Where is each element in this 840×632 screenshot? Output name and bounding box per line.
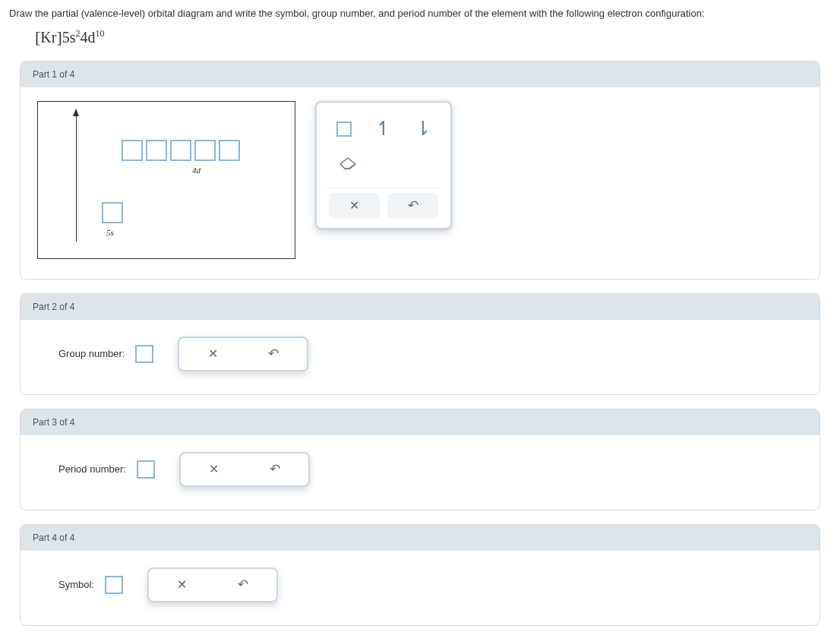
orbital-box[interactable]: [219, 140, 240, 161]
part-3-panel: Part 3 of 4 Period number: ✕ ↶: [20, 409, 820, 510]
tool-undo-button[interactable]: ↶: [387, 193, 438, 219]
group-number-label: Group number:: [58, 348, 125, 359]
energy-axis-arrow: [76, 109, 77, 242]
orbital-diagram-canvas[interactable]: 4d 5s: [37, 101, 295, 259]
part-3-toolbar: ✕ ↶: [179, 452, 310, 487]
part-1-header: Part 1 of 4: [21, 62, 819, 87]
close-icon: ✕: [208, 346, 218, 361]
clear-button[interactable]: ✕: [182, 341, 243, 367]
part-4-toolbar: ✕ ↶: [147, 567, 278, 602]
symbol-label: Symbol:: [58, 579, 94, 590]
orbital-box[interactable]: [194, 140, 216, 161]
orbital-row-5s[interactable]: [102, 202, 123, 223]
orbital-row-4d[interactable]: [122, 140, 240, 161]
part-2-toolbar: ✕ ↶: [178, 337, 308, 371]
undo-icon: ↶: [270, 461, 280, 477]
orbital-label-4d: 4d: [192, 166, 201, 175]
tool-arrow-down[interactable]: ⇂: [405, 114, 441, 144]
period-number-label: Period number:: [58, 463, 126, 475]
part-2-panel: Part 2 of 4 Group number: ✕ ↶: [20, 293, 820, 395]
group-number-input[interactable]: [135, 345, 153, 363]
orbital-label-5s: 5s: [106, 228, 114, 237]
period-number-input[interactable]: [137, 460, 155, 479]
tool-eraser[interactable]: [330, 149, 367, 179]
undo-icon: ↶: [238, 577, 248, 592]
tool-arrow-up[interactable]: ↿: [365, 114, 402, 144]
orbital-box[interactable]: [102, 202, 123, 223]
clear-button[interactable]: ✕: [184, 457, 245, 482]
undo-button[interactable]: ↶: [213, 572, 273, 598]
tool-clear-button[interactable]: ✕: [329, 193, 380, 219]
undo-button[interactable]: ↶: [243, 341, 304, 367]
part-1-panel: Part 1 of 4 4d 5s ↿ ⇂: [20, 61, 820, 280]
close-icon: ✕: [349, 198, 359, 213]
clear-button[interactable]: ✕: [152, 572, 213, 598]
undo-icon: ↶: [268, 346, 279, 362]
orbital-box[interactable]: [170, 140, 191, 161]
close-icon: ✕: [177, 577, 187, 592]
tool-orbital-box[interactable]: [326, 114, 362, 144]
eraser-icon: [339, 156, 358, 172]
orbital-box[interactable]: [122, 140, 143, 161]
part-3-header: Part 3 of 4: [21, 409, 819, 435]
part-4-header: Part 4 of 4: [21, 525, 819, 551]
symbol-input[interactable]: [105, 576, 123, 594]
close-icon: ✕: [209, 462, 219, 476]
electron-configuration: [Kr]5s24d10: [35, 27, 831, 47]
part-2-header: Part 2 of 4: [21, 294, 819, 320]
drawing-toolbox: ↿ ⇂ ✕ ↶: [315, 101, 452, 229]
part-4-panel: Part 4 of 4 Symbol: ✕ ↶: [20, 524, 820, 626]
undo-button[interactable]: ↶: [245, 457, 305, 482]
question-text: Draw the partial (valence-level) orbital…: [9, 6, 831, 21]
undo-icon: ↶: [408, 198, 418, 213]
orbital-box[interactable]: [146, 140, 167, 161]
